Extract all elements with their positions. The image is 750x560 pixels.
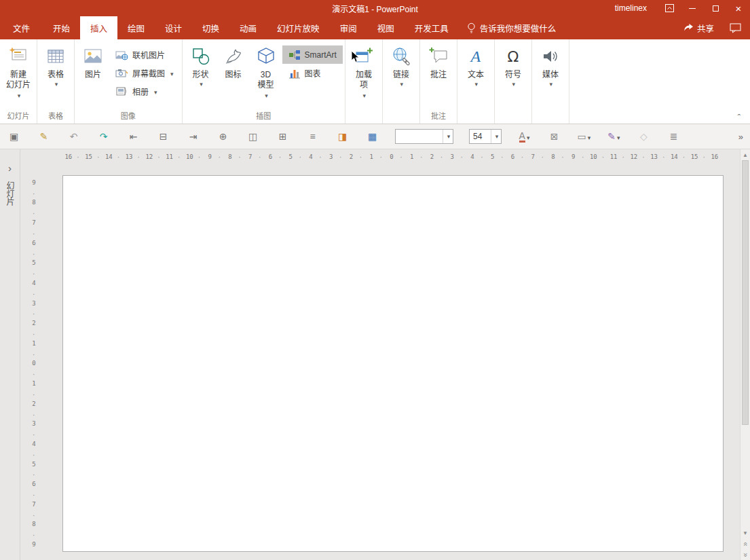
rotate-icon[interactable]: ⊕ [216, 128, 230, 145]
scroll-up-button[interactable]: ▲ [740, 149, 750, 160]
new-slide-icon [8, 43, 29, 70]
chevron-down-icon [525, 131, 530, 142]
font-color-icon[interactable]: A [517, 128, 531, 145]
ruler-number: 3 [442, 153, 462, 160]
horizontal-ruler[interactable]: 1615141312111098765432101234567891011121… [58, 149, 725, 164]
new-slide-button[interactable]: 新建 幻灯片 [2, 41, 35, 111]
char-border-icon[interactable]: ⊠ [547, 128, 561, 145]
ruler-number: 11 [603, 153, 624, 160]
table-tool-icon[interactable]: ▦ [365, 128, 379, 145]
ribbon-display-options-button[interactable] [658, 0, 681, 16]
font-size-combobox[interactable]: 54 [469, 129, 502, 144]
add-ins-button[interactable]: 加载 项 [348, 41, 380, 111]
align-center-icon[interactable]: ≡ [305, 128, 320, 145]
next-slide-button[interactable]: » [740, 549, 750, 560]
ruler-number: 9 [200, 153, 220, 160]
3d-models-button[interactable]: 3D 模型 [250, 41, 282, 111]
group-label-illustrations: 插图 [183, 111, 345, 124]
symbols-button[interactable]: Ω 符号 [497, 41, 529, 111]
ruler-number: 6 [261, 153, 281, 160]
align-right-icon[interactable]: ⇥ [186, 128, 200, 145]
media-button[interactable]: 媒体 [534, 41, 567, 111]
text-button[interactable]: A 文本 [460, 41, 492, 111]
tab-view[interactable]: 视图 [367, 16, 405, 39]
tab-animations[interactable]: 动画 [229, 16, 267, 39]
distribute-vertical-icon[interactable]: ⊞ [276, 128, 290, 145]
online-pictures-button[interactable]: 联机图片 [109, 45, 180, 64]
shapes-button[interactable]: 形状 [185, 41, 217, 111]
ruler-number: 4 [462, 153, 483, 160]
maximize-button[interactable] [704, 0, 727, 16]
tab-developer[interactable]: 开发工具 [405, 16, 459, 39]
chart-icon [288, 68, 301, 79]
picture-button[interactable]: 图片 [77, 41, 109, 111]
vertical-scrollbar[interactable]: ▲ ▼ « » [740, 149, 750, 560]
distribute-horizontal-icon[interactable]: ◫ [246, 128, 260, 145]
format-painter-icon[interactable]: ✎ [37, 128, 51, 145]
scrollbar-track[interactable] [740, 160, 750, 527]
scrollbar-thumb[interactable] [742, 160, 749, 425]
ruler-number: 3 [321, 153, 341, 160]
feedback-button[interactable] [721, 16, 750, 39]
color-swap-icon[interactable]: ◨ [335, 128, 350, 145]
new-comment-button[interactable]: 批注 [422, 41, 455, 111]
ribbon-tab-bar: 文件 开始插入绘图设计切换动画幻灯片放映审阅视图开发工具 告诉我你想要做什么 共… [0, 16, 750, 39]
tab-slideshow[interactable]: 幻灯片放映 [267, 16, 330, 39]
shape-effect-icon[interactable]: ◇ [637, 128, 651, 145]
expand-pane-icon[interactable]: › [8, 163, 12, 173]
link-button[interactable]: 链接 [385, 41, 417, 111]
picture-icon [83, 43, 103, 70]
editing-canvas[interactable] [20, 164, 740, 560]
font-name-combobox[interactable] [395, 129, 453, 144]
ink-color-icon[interactable]: ✎ [607, 128, 621, 145]
tab-insert[interactable]: 插入 [80, 16, 117, 39]
smartart-button[interactable]: SmartArt [282, 45, 343, 64]
align-left-icon[interactable]: ⇤ [126, 128, 140, 145]
group-illustrations: 形状 图标 3D 模型 [183, 39, 345, 124]
share-button[interactable]: 共享 [676, 16, 721, 39]
screenshot-button[interactable]: 屏幕截图 [109, 64, 180, 82]
chevron-down-icon [6, 90, 31, 101]
collapse-ribbon-button[interactable]: ˆ [738, 113, 740, 123]
redo-icon[interactable]: ↷ [96, 128, 111, 145]
ruler-number: 1 [361, 153, 381, 160]
link-icon [391, 43, 411, 70]
icons-button[interactable]: 图标 [217, 41, 250, 111]
slides-pane-collapsed[interactable]: › 幻灯片 [0, 149, 20, 560]
tab-transitions[interactable]: 切换 [192, 16, 229, 39]
comment-bubble-icon [730, 23, 741, 33]
scroll-down-button[interactable]: ▼ [740, 527, 750, 538]
tab-review[interactable]: 审阅 [330, 16, 367, 39]
close-button[interactable]: × [727, 0, 750, 16]
chevron-down-icon [468, 80, 484, 88]
textbox-tool-icon[interactable]: ▣ [7, 128, 21, 145]
ruler-number: 1 [402, 153, 422, 160]
double-chevron-up-icon: « [742, 542, 749, 546]
close-icon: × [736, 3, 742, 14]
online-pictures-icon [115, 50, 128, 60]
group-label-slides: 幻灯片 [0, 111, 37, 124]
chevron-down-icon [393, 80, 409, 88]
group-media: 媒体 [532, 39, 569, 124]
tab-file[interactable]: 文件 [0, 16, 43, 39]
ruler-number: 15 [79, 153, 99, 160]
previous-slide-button[interactable]: « [740, 538, 750, 549]
ruler-number: 14 [99, 153, 119, 160]
tab-home[interactable]: 开始 [43, 16, 80, 39]
ruler-number: 16 [58, 153, 79, 160]
toolbar-overflow-button[interactable]: » [738, 132, 743, 142]
tab-design[interactable]: 设计 [155, 16, 192, 39]
print-icon[interactable]: ⊟ [156, 128, 170, 145]
tell-me-box[interactable]: 告诉我你想要做什么 [459, 16, 565, 39]
text-icon: A [471, 48, 481, 66]
photo-album-button[interactable]: 相册 [109, 82, 180, 100]
tab-draw[interactable]: 绘图 [117, 16, 155, 39]
slide[interactable] [62, 175, 724, 552]
undo-icon[interactable]: ↶ [67, 128, 81, 145]
equalizer-icon[interactable]: ≣ [667, 128, 681, 145]
minimize-button[interactable] [681, 0, 704, 16]
user-name: timelinex [615, 3, 647, 13]
table-button[interactable]: 表格 [39, 41, 72, 111]
chart-button[interactable]: 图表 [282, 64, 343, 82]
textbox-style-icon[interactable]: ▭ [577, 128, 591, 145]
